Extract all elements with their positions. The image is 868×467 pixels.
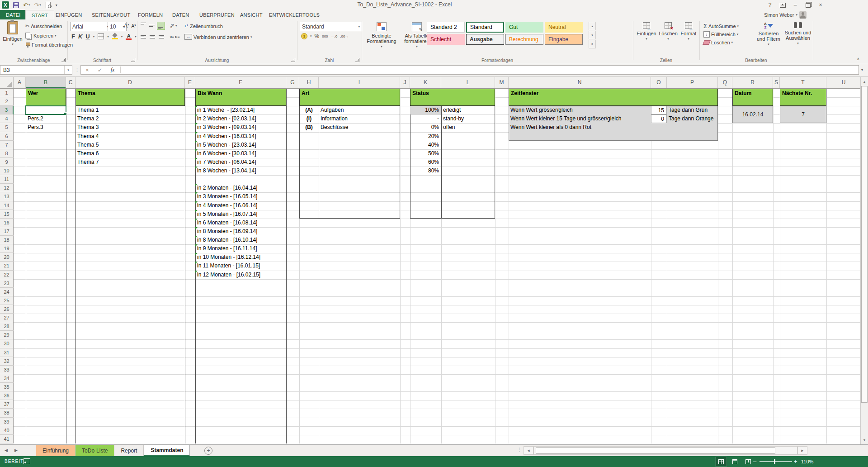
autosum-button[interactable]: Σ AutoSumme▾: [703, 23, 739, 29]
percent-icon[interactable]: %: [315, 33, 320, 39]
fill-button[interactable]: ↓ Füllbereich▾: [703, 31, 738, 38]
formula-bar-splitter[interactable]: ⋮: [75, 67, 80, 73]
normal-view-icon[interactable]: [716, 457, 726, 466]
clear-button[interactable]: Löschen▾: [703, 40, 733, 45]
zoom-in-icon[interactable]: +: [794, 458, 797, 465]
column-header-M[interactable]: M: [495, 77, 509, 88]
orientation-icon[interactable]: ab: [169, 23, 175, 29]
row-header-15[interactable]: 15: [0, 210, 14, 219]
clipboard-dialog-launcher[interactable]: [61, 58, 66, 62]
cell-K3[interactable]: 100%: [410, 106, 441, 114]
cell-I5[interactable]: Beschlüsse: [319, 123, 400, 132]
naechste-nr-value[interactable]: 7: [780, 106, 826, 123]
column-header-E[interactable]: E: [185, 77, 195, 88]
align-bottom-icon[interactable]: [157, 22, 165, 29]
cell-F15[interactable]: in 5 Monaten - [16.07.14]: [195, 210, 286, 219]
style-schlecht[interactable]: Schlecht: [427, 34, 465, 45]
row-header-12[interactable]: 12: [0, 184, 14, 192]
cell-K5[interactable]: 0%: [410, 123, 441, 132]
cell-F13[interactable]: in 3 Monaten - [16.05.14]: [195, 192, 286, 201]
wrap-text-button[interactable]: ↵ Zeilenumbruch: [184, 23, 223, 29]
row-header-3[interactable]: 3: [0, 106, 14, 114]
cell-O3[interactable]: 15: [651, 106, 667, 114]
gallery-down-icon[interactable]: ▾: [589, 31, 596, 39]
cell-F19[interactable]: in 9 Monaten - [16.11.14]: [195, 244, 286, 253]
column-header-D[interactable]: D: [75, 77, 185, 88]
excel-logo-icon[interactable]: X: [2, 1, 9, 9]
sheet-nav-right-icon[interactable]: ▶: [14, 448, 18, 453]
cell-N4[interactable]: Wenn Wert kleiner 15 Tage und grösser/gl…: [509, 114, 651, 123]
style-gut[interactable]: Gut: [505, 22, 543, 33]
hscroll-right-icon[interactable]: ▶: [797, 446, 807, 455]
vscroll-thumb[interactable]: [861, 86, 868, 403]
cell-F10[interactable]: in 8 Wochen - [13.04.14]: [195, 167, 286, 175]
tab-scrollbar-splitter[interactable]: ⋮: [517, 447, 522, 453]
save-icon[interactable]: [13, 2, 19, 8]
row-header-5[interactable]: 5: [0, 123, 14, 132]
cell-N5[interactable]: Wenn Wert kleiner als 0 dann Rot: [509, 123, 651, 132]
column-header-B[interactable]: B: [26, 77, 66, 88]
row-header-21[interactable]: 21: [0, 262, 14, 270]
tab-entwicklertools[interactable]: ENTWICKLERTOOLS: [263, 10, 326, 19]
cell-F7[interactable]: in 5 Wochen - [23.03.14]: [195, 141, 286, 149]
row-header-32[interactable]: 32: [0, 357, 14, 366]
row-header-39[interactable]: 39: [0, 418, 14, 426]
cell-N3[interactable]: Wenn Wert grösser/gleich: [509, 106, 651, 114]
row-header-27[interactable]: 27: [0, 314, 14, 322]
tab-formeln[interactable]: FORMELN: [132, 10, 169, 19]
header-art[interactable]: Art: [299, 89, 400, 106]
name-box[interactable]: B3 ▾: [0, 65, 72, 75]
row-header-36[interactable]: 36: [0, 391, 14, 400]
increase-font-icon[interactable]: A▴: [124, 23, 129, 29]
insert-function-icon[interactable]: fx: [106, 67, 119, 73]
row-header-24[interactable]: 24: [0, 288, 14, 296]
row-header-18[interactable]: 18: [0, 236, 14, 244]
column-header-O[interactable]: O: [651, 77, 667, 88]
cell-D3[interactable]: Thema 1: [75, 106, 185, 114]
cell-F20[interactable]: in 10 Monaten - [16.12.14]: [195, 253, 286, 262]
help-icon[interactable]: ?: [766, 1, 774, 9]
row-header-28[interactable]: 28: [0, 322, 14, 331]
cell-P3[interactable]: Tage dann Grün: [667, 106, 718, 114]
cell-F6[interactable]: in 4 Wochen - [16.03.14]: [195, 132, 286, 141]
row-header-19[interactable]: 19: [0, 244, 14, 253]
font-dialog-launcher[interactable]: [131, 58, 135, 62]
merge-center-button[interactable]: ↔ Verbinden und zentrieren▾: [184, 34, 252, 40]
row-header-2[interactable]: 2: [0, 97, 14, 106]
cell-D5[interactable]: Thema 3: [75, 123, 185, 132]
header-thema[interactable]: Thema: [75, 89, 185, 106]
format-painter-button[interactable]: Format übertragen: [25, 42, 73, 48]
cell-D7[interactable]: Thema 5: [75, 141, 185, 149]
column-header-P[interactable]: P: [667, 77, 718, 88]
gallery-more-icon[interactable]: ⇟: [589, 40, 596, 48]
format-cells-button[interactable]: ↔ Format▾: [679, 22, 698, 42]
tab-seitenlayout[interactable]: SEITENLAYOUT: [86, 10, 136, 19]
row-header-16[interactable]: 16: [0, 219, 14, 227]
increase-decimal-icon[interactable]: ←,0: [331, 34, 338, 38]
align-top-icon[interactable]: [140, 22, 147, 29]
sheet-grid[interactable]: 1234567891011121314151617181920212223242…: [0, 89, 860, 443]
name-box-caret-icon[interactable]: ▾: [64, 66, 72, 74]
cell-F8[interactable]: in 6 Wochen - [30.03.14]: [195, 149, 286, 158]
row-header-34[interactable]: 34: [0, 374, 14, 383]
italic-button[interactable]: K: [78, 33, 82, 40]
cell-F18[interactable]: in 8 Monaten - [16.10.14]: [195, 236, 286, 244]
row-header-35[interactable]: 35: [0, 383, 14, 391]
header-n-chste-nr-[interactable]: Nächste Nr.: [780, 89, 826, 106]
row-header-41[interactable]: 41: [0, 435, 14, 443]
column-header-S[interactable]: S: [773, 77, 780, 88]
borders-icon[interactable]: [98, 33, 104, 39]
cell-F16[interactable]: in 6 Monaten - [16.08.14]: [195, 219, 286, 227]
row-header-33[interactable]: 33: [0, 366, 14, 374]
style-eingabe[interactable]: Eingabe: [545, 34, 583, 45]
cell-F9[interactable]: in 7 Wochen - [06.04.14]: [195, 158, 286, 167]
bold-button[interactable]: F: [71, 33, 75, 40]
row-header-20[interactable]: 20: [0, 253, 14, 262]
row-header-13[interactable]: 13: [0, 192, 14, 201]
row-header-26[interactable]: 26: [0, 305, 14, 314]
column-header-T[interactable]: T: [780, 77, 826, 88]
underline-button[interactable]: U: [85, 33, 90, 40]
cell-F12[interactable]: in 2 Monaten - [16.04.14]: [195, 184, 286, 192]
cell-L5[interactable]: offen: [441, 123, 495, 132]
sheet-tab-stammdaten[interactable]: Stammdaten: [144, 445, 190, 456]
